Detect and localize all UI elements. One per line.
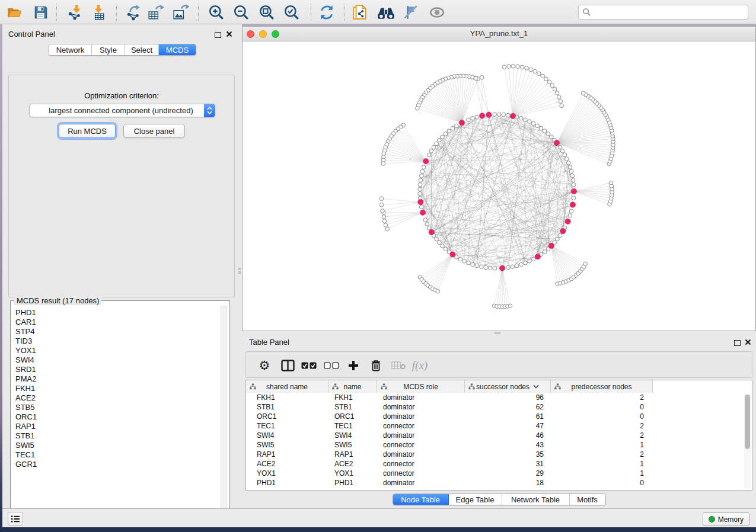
memory-label: Memory [718,515,744,524]
mcds-result-item[interactable]: YOX1 [15,346,216,355]
mcds-result-list[interactable]: PHD1CAR1STP4TID3YOX1SWI4SRD1PMA2FKH1ACE2… [15,308,216,517]
mcds-result-title: MCDS result (17 nodes) [14,296,101,305]
table-cell: 29 [465,469,551,477]
table-cell: FKH1 [246,393,328,402]
table-panel-close-button[interactable] [745,338,751,347]
zoom-in-button[interactable] [206,2,227,22]
tab-motifs[interactable]: Motifs [570,494,605,505]
mcds-result-item[interactable]: FKH1 [15,384,216,393]
table-cell: 62 [465,403,551,411]
memory-button[interactable]: Memory [703,512,749,526]
mcds-result-item[interactable]: TEC1 [15,450,216,460]
column-settings-button[interactable] [277,352,298,379]
close-panel-button[interactable] [226,30,232,39]
delete-table-button[interactable] [388,352,409,379]
mcds-result-item[interactable]: PHD1 [15,308,216,318]
show-graphics-details-button[interactable] [427,2,447,22]
hide-details-flag-icon [403,4,419,21]
delete-column-button[interactable] [366,352,386,379]
hide-graphics-details-button[interactable] [401,2,421,22]
table-panel-title: Table Panel [249,338,289,347]
mcds-result-item[interactable]: PMA2 [15,374,216,384]
tab-network-table[interactable]: Network Table [502,494,570,505]
import-table-button[interactable] [88,2,109,22]
table-row[interactable]: STB1STB1dominator620 [246,402,744,412]
table-cell: 18 [465,479,551,487]
table-cell: STB1 [328,403,377,411]
table-panel: Table Panel ⚙ f(x) shared namenameMCDS r… [242,335,756,508]
table-settings-button[interactable]: ⚙ [254,352,275,379]
export-image-button[interactable] [171,2,191,22]
table-row[interactable]: SWI5SWI5connector431 [246,440,744,450]
import-network-button[interactable] [65,2,85,22]
delete-table-icon [391,361,406,370]
column-header-MCDS-role[interactable]: MCDS role [377,380,465,393]
table-row[interactable]: TEC1TEC1connector472 [246,421,744,431]
table-scrollbar[interactable] [744,393,751,489]
export-table-button[interactable] [146,2,166,22]
mcds-result-item[interactable]: SRD1 [15,365,216,374]
column-header-successor-nodes[interactable]: successor nodes [465,380,551,393]
function-builder-button[interactable]: f(x) [410,352,430,379]
network-canvas[interactable] [243,41,755,331]
mcds-result-item[interactable]: STP4 [15,327,216,336]
table-cell: SWI4 [328,431,377,440]
new-network-from-selection-button[interactable] [350,2,370,22]
tab-network[interactable]: Network [49,44,92,55]
show-panels-button[interactable] [8,512,23,525]
mcds-result-item[interactable]: SWI5 [15,441,216,450]
mcds-result-item[interactable]: STB1 [15,431,216,441]
tab-node-table[interactable]: Node Table [393,494,449,505]
tab-select[interactable]: Select [125,44,159,55]
save-session-button[interactable] [31,2,51,22]
close-icon [226,31,232,37]
add-column-button[interactable] [343,352,363,379]
apply-layout-button[interactable] [317,2,337,22]
mcds-result-item[interactable]: CAR1 [15,318,216,327]
open-file-button[interactable] [4,2,24,22]
optimization-criterion-select[interactable]: largest connected component (undirected) [29,104,215,117]
column-header-predecessor-nodes[interactable]: predecessor nodes [551,380,653,393]
table-cell: 46 [465,431,551,440]
vertical-splitter[interactable] [237,24,242,508]
close-panel-button-mcds[interactable]: Close panel [123,124,185,138]
mcds-result-item[interactable]: STB5 [15,403,216,412]
mcds-result-item[interactable]: GCR1 [15,460,216,469]
export-network-button[interactable] [123,2,143,22]
find-button[interactable] [376,2,396,22]
mcds-result-scrollbar[interactable] [221,306,227,518]
table-panel-float-button[interactable] [734,339,741,348]
network-window-titlebar[interactable]: YPA_prune.txt_1 [243,27,755,41]
zoom-out-button[interactable] [231,2,251,22]
table-row[interactable]: ORC1ORC1dominator610 [246,412,744,421]
table-row[interactable]: ACE2ACE2connector311 [246,459,744,469]
select-all-button[interactable] [299,352,319,379]
table-row[interactable]: RAP1RAP1dominator352 [246,450,744,459]
search-input[interactable] [591,6,748,18]
mcds-result-item[interactable]: RAP1 [15,422,216,431]
mcds-result-item[interactable]: TID3 [15,336,216,346]
run-mcds-button[interactable]: Run MCDS [59,124,116,138]
column-header-name[interactable]: name [328,380,377,393]
tab-style[interactable]: Style [92,44,125,55]
table-scrollbar-thumb[interactable] [745,395,750,449]
tab-mcds[interactable]: MCDS [159,44,196,55]
table-row[interactable]: FKH1FKH1dominator962 [246,393,744,402]
mcds-result-item[interactable]: ORC1 [15,412,216,422]
column-header-shared-name[interactable]: shared name [246,380,328,393]
table-cell: 1 [551,441,653,449]
table-cell: STB1 [246,403,328,411]
table-row[interactable]: PHD1PHD1dominator180 [246,478,744,488]
search-box[interactable] [578,5,748,20]
zoom-selected-button[interactable] [282,2,302,22]
mcds-result-item[interactable]: SWI4 [15,355,216,365]
table-row[interactable]: SWI4SWI4dominator462 [246,431,744,440]
table-row[interactable]: YOX1YOX1connector291 [246,469,744,478]
float-panel-button[interactable] [215,31,221,40]
mcds-result-item[interactable]: ACE2 [15,393,216,403]
table-cell: SWI4 [246,431,328,440]
tab-edge-table[interactable]: Edge Table [449,494,502,505]
zoom-fit-icon [259,4,275,21]
zoom-fit-button[interactable] [257,2,277,22]
deselect-all-button[interactable] [321,352,342,379]
